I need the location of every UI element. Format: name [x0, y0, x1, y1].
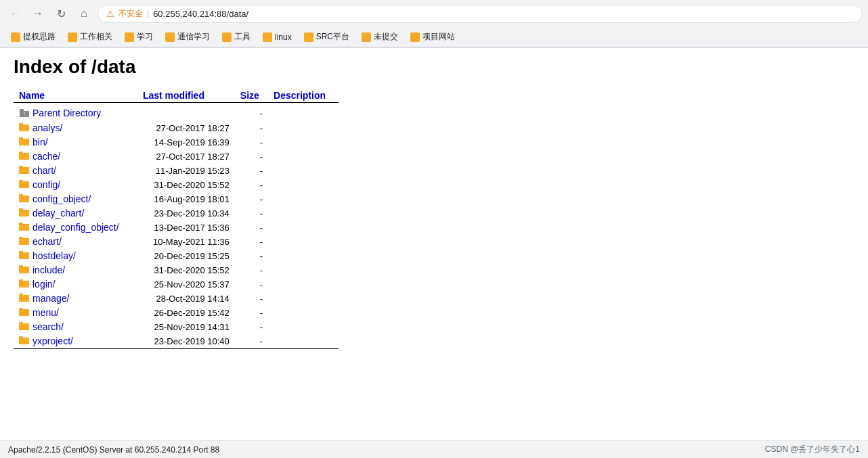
desc-sort-link[interactable]: Description [274, 90, 326, 101]
bookmark-item[interactable]: 工具 [217, 29, 256, 45]
table-row: yxproject/23-Dec-2019 10:40- [14, 334, 339, 349]
svg-rect-35 [19, 267, 29, 273]
desc-header: Description [268, 89, 339, 103]
bookmark-item[interactable]: 项目网站 [405, 29, 460, 45]
bookmark-item[interactable]: linux [257, 30, 297, 44]
size-cell: - [235, 206, 268, 221]
desc-cell [268, 235, 339, 249]
folder-icon [19, 307, 30, 319]
dir-link[interactable]: cache/ [32, 151, 60, 162]
bookmark-item[interactable]: 学习 [119, 29, 158, 45]
svg-rect-5 [19, 124, 29, 131]
modified-cell: 23-Dec-2019 10:34 [137, 206, 235, 221]
browser-chrome: ← → ↻ ⌂ ⚠ 不安全 | 60.255.240.214:88/data/ … [0, 0, 868, 48]
bookmark-label: 提权思路 [23, 31, 56, 43]
desc-cell [268, 320, 339, 334]
svg-rect-11 [19, 153, 29, 160]
table-row: bin/14-Sep-2019 16:39- [14, 135, 339, 150]
table-row: ↑ Parent Directory- [14, 106, 339, 121]
table-row: cache/27-Oct-2017 18:27- [14, 150, 339, 164]
dir-link[interactable]: config/ [32, 179, 60, 190]
bookmark-folder-icon [362, 32, 371, 42]
name-cell: menu/ [14, 306, 137, 320]
table-row: echart/10-May-2021 11:36- [14, 235, 339, 249]
page-content: Index of /data Name Last modified Size D… [0, 48, 868, 359]
svg-rect-44 [19, 309, 29, 316]
svg-rect-32 [19, 252, 29, 259]
back-button[interactable]: ← [5, 4, 24, 23]
dir-link[interactable]: bin/ [32, 137, 48, 147]
table-row: delay_chart/23-Dec-2019 10:34- [14, 206, 339, 221]
folder-icon [19, 236, 30, 248]
dir-link[interactable]: chart/ [32, 165, 56, 176]
home-button[interactable]: ⌂ [74, 4, 93, 23]
svg-rect-47 [19, 323, 29, 330]
name-cell: include/ [14, 263, 137, 277]
dir-link[interactable]: delay_chart/ [32, 208, 84, 219]
dir-link[interactable]: manage/ [32, 293, 69, 304]
table-row: login/25-Nov-2020 15:37- [14, 277, 339, 292]
svg-rect-23 [19, 210, 29, 216]
size-cell: - [235, 135, 268, 150]
dir-link[interactable]: yxproject/ [32, 336, 73, 346]
forward-button[interactable]: → [28, 4, 47, 23]
desc-cell [268, 249, 339, 263]
svg-rect-8 [19, 139, 29, 145]
modified-cell: 26-Dec-2019 15:42 [137, 306, 235, 320]
name-cell: delay_chart/ [14, 206, 137, 221]
modified-cell: 11-Jan-2019 15:23 [137, 164, 235, 178]
bookmark-item[interactable]: 工作相关 [62, 29, 118, 45]
dir-link[interactable]: echart/ [32, 236, 62, 247]
size-cell: - [235, 121, 268, 135]
dir-link[interactable]: include/ [32, 265, 65, 275]
address-bar[interactable]: ⚠ 不安全 | 60.255.240.214:88/data/ [97, 5, 863, 23]
folder-icon [19, 279, 30, 290]
bookmark-item[interactable]: 通信学习 [160, 29, 215, 45]
size-cell: - [235, 320, 268, 334]
size-cell: - [235, 306, 268, 320]
desc-cell [268, 221, 339, 235]
dir-link[interactable]: menu/ [32, 307, 59, 318]
desc-cell [268, 277, 339, 292]
folder-icon [19, 193, 30, 205]
size-cell: - [235, 106, 268, 121]
desc-cell [268, 150, 339, 164]
folder-icon [19, 293, 30, 304]
modified-cell: 14-Sep-2019 16:39 [137, 135, 235, 150]
desc-cell [268, 192, 339, 206]
folder-icon [19, 336, 30, 347]
name-cell: cache/ [14, 150, 137, 164]
bookmark-item[interactable]: 提权思路 [5, 29, 61, 45]
desc-cell [268, 121, 339, 135]
dir-link[interactable]: delay_config_object/ [32, 222, 119, 233]
bookmark-item[interactable]: SRC平台 [299, 29, 355, 45]
name-cell: manage/ [14, 292, 137, 306]
name-sort-link[interactable]: Name [19, 90, 45, 101]
dir-link[interactable]: config_object/ [32, 193, 91, 204]
desc-cell [268, 306, 339, 320]
dir-link[interactable]: login/ [32, 279, 55, 290]
dir-link[interactable]: Parent Directory [32, 108, 101, 118]
dir-link[interactable]: analys/ [32, 122, 62, 133]
size-cell: - [235, 221, 268, 235]
name-cell: analys/ [14, 121, 137, 135]
svg-rect-38 [19, 281, 29, 288]
modified-cell: 31-Dec-2020 15:52 [137, 263, 235, 277]
modified-cell: 25-Nov-2020 15:37 [137, 277, 235, 292]
size-sort-link[interactable]: Size [240, 90, 259, 101]
svg-rect-26 [19, 224, 29, 231]
modified-header: Last modified [137, 89, 235, 103]
reload-button[interactable]: ↻ [51, 4, 70, 23]
bookmark-folder-icon [11, 32, 20, 42]
name-cell: config/ [14, 178, 137, 192]
table-row: search/25-Nov-2019 14:31- [14, 320, 339, 334]
bookmark-item[interactable]: 未提交 [356, 29, 404, 45]
dir-link[interactable]: hostdelay/ [32, 250, 76, 261]
folder-icon [19, 165, 30, 177]
modified-cell: 25-Nov-2019 14:31 [137, 320, 235, 334]
dir-link[interactable]: search/ [32, 321, 64, 332]
size-cell: - [235, 150, 268, 164]
desc-cell [268, 263, 339, 277]
modified-sort-link[interactable]: Last modified [143, 90, 204, 101]
bookmark-folder-icon [263, 32, 272, 42]
